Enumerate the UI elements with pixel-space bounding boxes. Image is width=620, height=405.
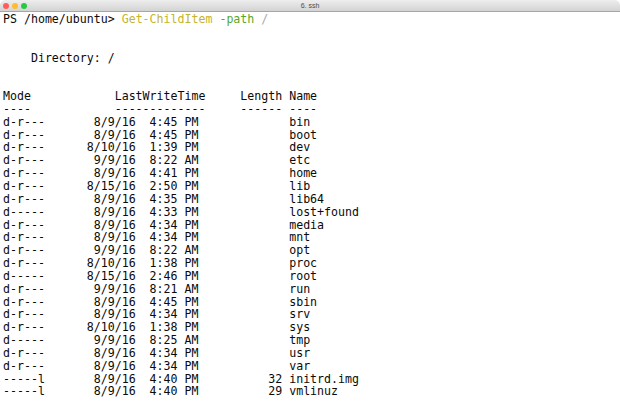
directory-line: Directory: / xyxy=(3,52,620,65)
argument-token: / xyxy=(254,12,268,26)
table-row: d-r--- 9/9/16 8:21 AM run xyxy=(3,283,620,296)
blank-line xyxy=(3,64,620,77)
table-row: d-r--- 8/15/16 2:50 PM lib xyxy=(3,180,620,193)
table-row: d----- 8/15/16 2:46 PM root xyxy=(3,270,620,283)
prompt-prefix: PS /home/ubuntu> xyxy=(3,12,122,26)
table-row: d-r--- 8/10/16 1:38 PM proc xyxy=(3,257,620,270)
table-row: d-r--- 8/9/16 4:34 PM usr xyxy=(3,347,620,360)
window-titlebar[interactable]: 6. ssh xyxy=(0,0,620,12)
blank-line xyxy=(3,39,620,52)
table-row: d-r--- 8/9/16 4:45 PM bin xyxy=(3,116,620,129)
prompt-line: PS /home/ubuntu> Get-ChildItem -path / xyxy=(3,13,620,26)
table-header-underline: ---- ------------- ------ ---- xyxy=(3,103,620,116)
parameter-token: -path xyxy=(212,12,254,26)
command-token: Get-ChildItem xyxy=(122,12,213,26)
table-header: Mode LastWriteTime Length Name xyxy=(3,90,620,103)
table-row: d-r--- 8/9/16 4:35 PM lib64 xyxy=(3,193,620,206)
table-row: d----- 8/9/16 4:33 PM lost+found xyxy=(3,206,620,219)
table-row: d----- 9/9/16 8:25 AM tmp xyxy=(3,334,620,347)
table-row: d-r--- 8/9/16 4:34 PM var xyxy=(3,360,620,373)
window-title: 6. ssh xyxy=(0,0,620,11)
blank-line xyxy=(3,26,620,39)
terminal-output[interactable]: PS /home/ubuntu> Get-ChildItem -path / D… xyxy=(0,12,620,398)
table-row: -----l 8/9/16 4:40 PM 29 vmlinuz xyxy=(3,385,620,398)
terminal-window: 6. ssh PS /home/ubuntu> Get-ChildItem -p… xyxy=(0,0,620,405)
